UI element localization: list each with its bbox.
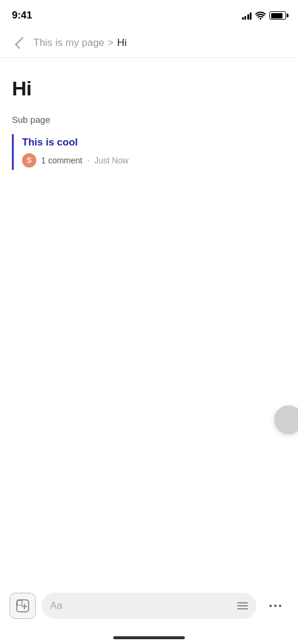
main-content: Hi Sub page This is cool S 1 comment · J… — [0, 58, 298, 182]
subpage-title: This is cool — [22, 137, 129, 148]
more-dots-icon — [269, 605, 281, 607]
signal-icon — [242, 11, 252, 20]
toolbar-placeholder: Aa — [50, 600, 63, 612]
timestamp: Just Now — [94, 156, 129, 165]
toolbar-more-button[interactable] — [262, 593, 288, 619]
bottom-toolbar: Aa — [0, 587, 298, 625]
breadcrumb: This is my page > Hi — [33, 37, 126, 49]
breadcrumb-current: Hi — [117, 37, 126, 49]
svg-rect-0 — [17, 600, 29, 612]
svg-rect-1 — [17, 600, 22, 605]
breadcrumb-parent[interactable]: This is my page — [33, 37, 104, 49]
back-chevron-icon — [15, 37, 27, 49]
toolbar-input[interactable]: Aa — [42, 593, 256, 619]
subpage-card-content: This is cool S 1 comment · Just Now — [22, 137, 129, 168]
nav-bar: This is my page > Hi — [0, 29, 298, 57]
back-button[interactable] — [10, 33, 29, 52]
subpage-card[interactable]: This is cool S 1 comment · Just Now — [12, 134, 286, 170]
wifi-icon — [255, 11, 266, 20]
status-time: 9:41 — [12, 10, 32, 21]
battery-icon — [269, 11, 286, 20]
add-content-icon — [16, 599, 29, 612]
subpage-meta: S 1 comment · Just Now — [22, 153, 129, 168]
floating-action-button[interactable] — [274, 405, 298, 434]
page-title: Hi — [12, 77, 286, 100]
status-icons — [242, 11, 287, 20]
breadcrumb-separator-icon: > — [108, 38, 113, 48]
avatar: S — [22, 153, 36, 168]
section-label: Sub page — [12, 114, 286, 125]
home-indicator — [113, 636, 185, 639]
comment-count: 1 comment — [41, 156, 82, 165]
format-lines-icon[interactable] — [237, 602, 248, 609]
meta-dot: · — [87, 156, 89, 165]
status-bar: 9:41 — [0, 0, 298, 29]
toolbar-add-button[interactable] — [10, 593, 36, 619]
